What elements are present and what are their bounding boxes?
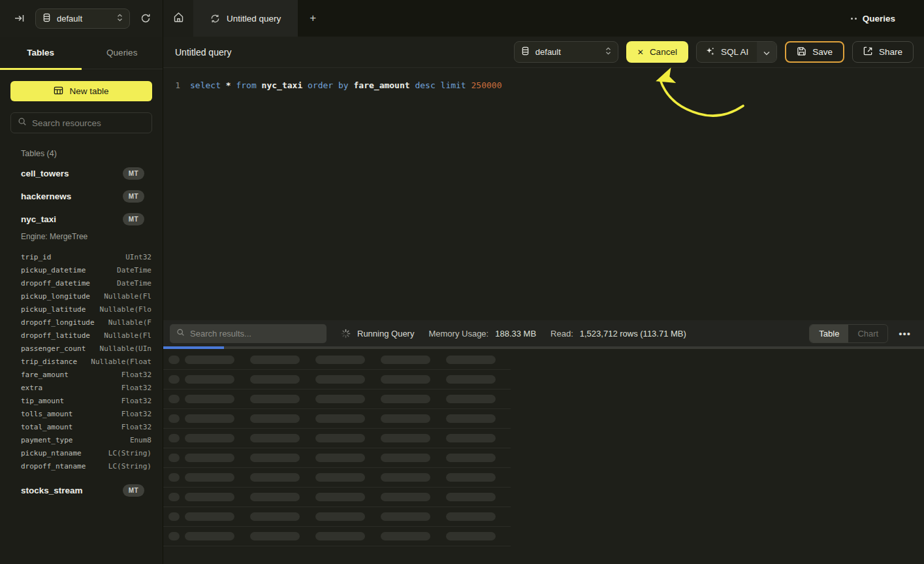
skeleton-cell xyxy=(168,532,180,540)
skeleton-cell xyxy=(315,493,365,501)
column-type: Nullable(UIn xyxy=(100,344,151,353)
cancel-label: Cancel xyxy=(650,47,677,57)
sidebar: Tables Queries New table Tables (4) cell… xyxy=(0,37,163,564)
skeleton-row xyxy=(163,488,511,507)
skeleton-cell xyxy=(185,532,234,540)
column-row[interactable]: pickup_latitudeNullable(Flo xyxy=(0,303,163,316)
column-name: pickup_longitude xyxy=(21,292,90,301)
skeleton-cell xyxy=(315,512,365,521)
column-row[interactable]: pickup_longitudeNullable(Fl xyxy=(0,290,163,303)
skeleton-cell xyxy=(315,414,365,423)
sql-token xyxy=(257,80,262,90)
sql-token xyxy=(349,80,354,90)
column-type: Float32 xyxy=(121,423,151,431)
cancel-button[interactable]: ✕ Cancel xyxy=(626,41,688,63)
resource-search[interactable] xyxy=(10,112,152,133)
column-type: Nullable(Fl xyxy=(104,292,151,301)
table-item-cell-towers[interactable]: cell_towers MT xyxy=(0,162,163,185)
column-type: Nullable(F xyxy=(108,318,151,327)
more-options-button[interactable]: ••• xyxy=(896,327,914,340)
new-tab-button[interactable]: + xyxy=(298,0,328,37)
resource-search-input[interactable] xyxy=(32,118,145,128)
sql-token: by xyxy=(338,80,349,90)
home-tab[interactable] xyxy=(163,0,193,37)
query-tab-label: Untitled query xyxy=(227,14,281,24)
sql-token xyxy=(466,80,471,90)
queries-link[interactable]: Queries xyxy=(851,0,924,37)
column-type: Nullable(Flo xyxy=(100,305,151,314)
sql-ai-dropdown[interactable] xyxy=(757,42,776,62)
new-table-button[interactable]: New table xyxy=(10,81,152,101)
view-toggle-table[interactable]: Table xyxy=(810,325,848,342)
column-name: pickup_ntaname xyxy=(21,449,82,457)
topbar-left: default xyxy=(0,0,163,37)
collapse-sidebar-icon[interactable] xyxy=(12,10,27,26)
topbar-database-value: default xyxy=(57,14,82,24)
view-toggle-chart[interactable]: Chart xyxy=(848,325,887,342)
skeleton-cell xyxy=(250,414,300,423)
header-database-select[interactable]: default xyxy=(514,41,618,63)
sidebar-tab-tables[interactable]: Tables xyxy=(0,37,82,69)
column-row[interactable]: dropoff_latitudeNullable(Fl xyxy=(0,329,163,342)
skeleton-cell xyxy=(250,434,300,442)
column-type: Float32 xyxy=(121,397,151,405)
sql-token: from xyxy=(236,80,256,90)
view-toggle: Table Chart xyxy=(809,324,888,343)
table-name: cell_towers xyxy=(21,169,69,178)
skeleton-cell xyxy=(185,356,234,364)
toolbar-right: Table Chart ••• xyxy=(809,324,914,343)
topbar-database-select[interactable]: default xyxy=(35,8,130,29)
table-item-nyc-taxi[interactable]: nyc_taxi MT xyxy=(0,208,163,231)
column-row[interactable]: pickup_datetimeDateTime xyxy=(0,263,163,276)
column-row[interactable]: extraFloat32 xyxy=(0,381,163,394)
column-row[interactable]: passenger_countNullable(UIn xyxy=(0,342,163,355)
main-panel: Untitled query default xyxy=(163,37,924,564)
skeleton-cell xyxy=(446,512,496,521)
query-header-actions: default ✕ Cancel xyxy=(514,41,914,63)
skeleton-cell xyxy=(250,512,300,521)
sql-ai-button[interactable]: SQL AI xyxy=(697,42,757,62)
column-row[interactable]: fare_amountFloat32 xyxy=(0,368,163,381)
column-row[interactable]: trip_idUInt32 xyxy=(0,250,163,263)
line-number: 1 xyxy=(163,79,180,92)
skeleton-cell xyxy=(185,395,234,403)
column-row[interactable]: dropoff_datetimeDateTime xyxy=(0,276,163,290)
table-item-hackernews[interactable]: hackernews MT xyxy=(0,185,163,208)
sidebar-tab-queries[interactable]: Queries xyxy=(82,37,163,69)
home-icon xyxy=(173,12,184,25)
column-row[interactable]: pickup_ntanameLC(String) xyxy=(0,446,163,459)
spinner-icon xyxy=(341,329,351,339)
column-row[interactable]: payment_typeEnum8 xyxy=(0,433,163,446)
column-row[interactable]: tolls_amountFloat32 xyxy=(0,407,163,420)
skeleton-cell xyxy=(381,434,430,442)
column-name: dropoff_latitude xyxy=(21,331,90,340)
column-row[interactable]: dropoff_longitudeNullable(F xyxy=(0,316,163,329)
sql-ai-label: SQL AI xyxy=(721,47,748,57)
column-name: pickup_datetime xyxy=(21,266,86,274)
share-label: Share xyxy=(879,47,902,57)
refresh-icon[interactable] xyxy=(138,10,153,26)
queries-icon xyxy=(851,18,857,20)
share-button[interactable]: Share xyxy=(852,41,914,63)
skeleton-cell xyxy=(381,356,430,364)
column-row[interactable]: trip_distanceNullable(Float xyxy=(0,355,163,368)
skeleton-cell xyxy=(446,414,496,423)
table-name: nyc_taxi xyxy=(21,214,56,224)
save-button[interactable]: Save xyxy=(785,41,844,63)
sql-editor[interactable]: 1 select * from nyc_taxi order by fare_a… xyxy=(163,68,924,320)
skeleton-cell xyxy=(168,473,180,482)
skeleton-cell xyxy=(250,532,300,540)
results-search-input[interactable] xyxy=(190,329,320,339)
table-item-stocks-stream[interactable]: stocks_stream MT xyxy=(0,479,163,502)
skeleton-cell xyxy=(446,454,496,462)
results-search[interactable] xyxy=(170,324,327,343)
skeleton-cell xyxy=(168,454,180,462)
skeleton-cell xyxy=(315,454,365,462)
skeleton-cell xyxy=(185,512,234,521)
column-row[interactable]: tip_amountFloat32 xyxy=(0,394,163,407)
skeleton-cell xyxy=(250,395,300,403)
column-row[interactable]: dropoff_ntanameLC(String) xyxy=(0,459,163,473)
column-row[interactable]: total_amountFloat32 xyxy=(0,420,163,433)
skeleton-cell xyxy=(446,356,496,364)
query-tab[interactable]: Untitled query xyxy=(193,0,298,37)
